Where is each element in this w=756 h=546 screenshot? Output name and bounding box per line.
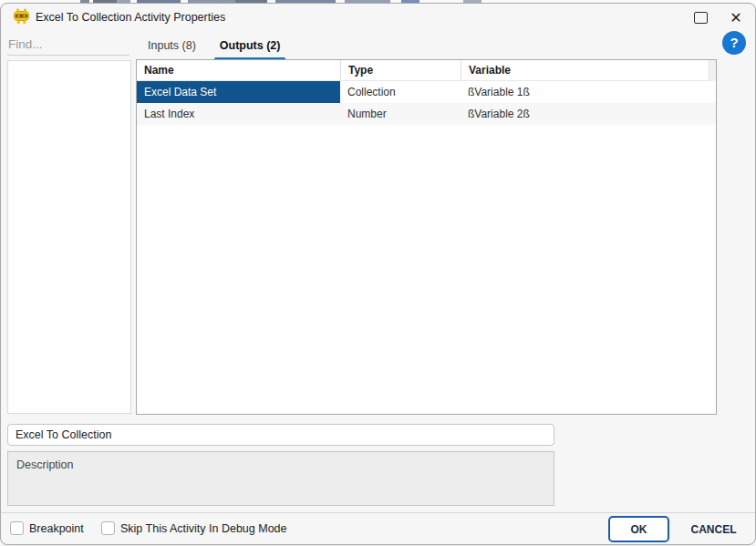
description-textarea[interactable] [7,451,554,506]
skip-debug-checkbox[interactable] [101,521,115,535]
activity-name-input[interactable] [7,424,554,446]
footer-bar: Breakpoint Skip This Activity In Debug M… [1,513,755,544]
dialog-title: Excel To Collection Activity Properties [36,11,225,24]
close-icon[interactable]: ✕ [726,8,746,28]
column-header-name[interactable]: Name [137,60,340,80]
cell-variable: ßVariable 1ß [461,81,716,103]
table-row[interactable]: Last Index Number ßVariable 2ß [137,103,716,125]
breakpoint-checkbox[interactable] [10,521,24,535]
help-button[interactable]: ? [722,31,746,55]
sidebar-results-list[interactable] [7,60,131,414]
cell-name[interactable]: Last Index [137,103,340,125]
tab-outputs[interactable]: Outputs (2) [214,34,286,60]
cancel-button[interactable]: CANCEL [679,516,748,542]
table-row[interactable]: Excel Data Set Collection ßVariable 1ß [137,81,716,103]
column-header-variable[interactable]: Variable [461,60,716,80]
screen: Excel To Collection Activity Properties … [0,0,756,546]
tab-bar: Inputs (8) Outputs (2) [142,34,285,60]
ok-button[interactable]: OK [608,516,669,542]
title-bar: Excel To Collection Activity Properties … [1,4,755,31]
cell-type: Collection [340,81,461,103]
robot-app-icon [13,8,30,25]
scrollbar-corner [709,60,716,81]
properties-dialog: Excel To Collection Activity Properties … [0,3,756,545]
column-header-type[interactable]: Type [340,60,461,80]
breakpoint-label: Breakpoint [29,522,84,535]
maximize-icon[interactable] [694,12,708,24]
find-input[interactable] [7,33,129,56]
cell-type: Number [340,103,461,125]
outputs-table: Name Type Variable Excel Data Set Collec… [136,59,717,415]
table-header: Name Type Variable [137,60,716,81]
cell-name[interactable]: Excel Data Set [137,81,340,103]
cell-variable: ßVariable 2ß [461,103,716,125]
skip-debug-label: Skip This Activity In Debug Mode [120,522,287,535]
tab-inputs[interactable]: Inputs (8) [142,34,202,60]
